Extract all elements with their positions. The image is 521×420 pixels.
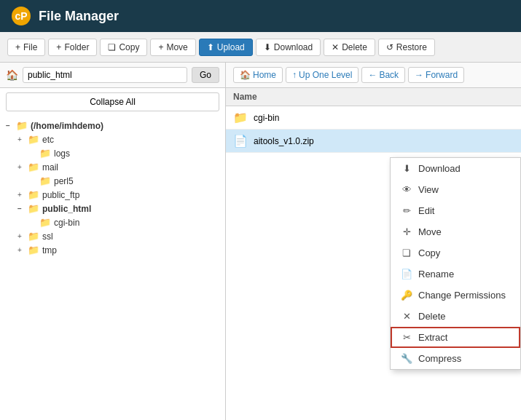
tree-item-etc[interactable]: + 📁 etc: [17, 132, 219, 146]
folder-icon: 📁: [28, 203, 39, 214]
copy-button[interactable]: ❏ Copy: [100, 39, 147, 56]
folder-icon: 📁: [28, 231, 39, 242]
file-tree: − 📁 (/home/imhdemo) + 📁 etc 📁 logs: [0, 116, 225, 420]
tree-label: cgi-bin: [54, 218, 79, 228]
context-label: Delete: [418, 311, 446, 322]
file-name: cgi-bin: [254, 113, 279, 123]
name-column-header: Name: [233, 92, 257, 102]
content-nav: 🏠 Home ↑ Up One Level ← Back → Forward: [226, 63, 521, 88]
copy-icon: ❏: [108, 42, 116, 52]
folder-icon: 📁: [39, 148, 51, 159]
context-label: Edit: [418, 205, 434, 216]
toggle-icon: −: [6, 122, 13, 130]
move-icon: +: [158, 42, 163, 52]
move-icon: ✛: [401, 226, 412, 237]
context-view[interactable]: 👁 View: [391, 179, 520, 200]
content-area: 🏠 Home ↑ Up One Level ← Back → Forward N…: [226, 63, 521, 420]
context-compress[interactable]: 🔧 Compress: [391, 348, 520, 369]
compress-icon: 🔧: [401, 353, 412, 364]
forward-button[interactable]: → Forward: [408, 67, 464, 83]
zip-icon: 📄: [233, 134, 248, 148]
context-extract[interactable]: ✂ Extract: [391, 327, 520, 348]
file-table-header: Name: [226, 88, 521, 106]
tree-label: mail: [42, 162, 58, 173]
sidebar-path-bar: 🏠 Go: [0, 63, 225, 88]
permissions-icon: 🔑: [401, 290, 412, 301]
move-button[interactable]: + Move: [150, 39, 195, 56]
file-button[interactable]: + File: [7, 39, 45, 56]
context-permissions[interactable]: 🔑 Change Permissions: [391, 285, 520, 306]
tree-item-cgi-bin-sub[interactable]: 📁 cgi-bin: [29, 215, 219, 229]
toggle-icon: −: [17, 205, 25, 213]
cpanel-logo: cP: [11, 6, 31, 26]
context-move[interactable]: ✛ Move: [391, 221, 520, 242]
context-rename[interactable]: 📄 Rename: [391, 264, 520, 285]
tree-item-tmp[interactable]: + 📁 tmp: [17, 243, 219, 257]
main-layout: 🏠 Go Collapse All − 📁 (/home/imhdemo) + …: [0, 63, 521, 420]
file-row[interactable]: 📁 cgi-bin: [226, 106, 521, 130]
toggle-icon: +: [17, 163, 25, 171]
upload-button[interactable]: ⬆ Upload: [199, 39, 253, 56]
back-icon: ←: [368, 70, 377, 80]
tree-label: public_ftp: [42, 190, 79, 200]
tree-item-public-html[interactable]: − 📁 public_html: [17, 202, 219, 215]
delete-button[interactable]: ✕ Delete: [324, 39, 375, 56]
home-nav-icon: 🏠: [240, 70, 251, 80]
folder-icon: 📁: [39, 175, 51, 186]
restore-icon: ↺: [386, 42, 393, 52]
context-menu: ⬇ Download 👁 View ✏ Edit ✛ Move ❏ Copy 📄: [390, 157, 521, 370]
upload-icon: ⬆: [207, 42, 214, 52]
path-input[interactable]: [23, 67, 187, 83]
restore-button[interactable]: ↺ Restore: [378, 39, 435, 56]
context-label: Copy: [418, 247, 440, 258]
tree-root[interactable]: − 📁 (/home/imhdemo): [6, 119, 219, 132]
tree-item-perl5[interactable]: 📁 perl5: [29, 174, 219, 188]
folder-icon: 📁: [28, 245, 39, 255]
go-button[interactable]: Go: [192, 67, 219, 83]
view-icon: 👁: [401, 184, 412, 195]
folder-icon: 📁: [39, 217, 51, 228]
tree-item-public-ftp[interactable]: + 📁 public_ftp: [17, 188, 219, 202]
folder-icon: 📁: [28, 162, 39, 173]
tree-item-ssl[interactable]: + 📁 ssl: [17, 229, 219, 243]
toggle-icon: +: [17, 135, 25, 143]
up-icon: ↑: [292, 70, 297, 80]
home-nav-button[interactable]: 🏠 Home: [233, 67, 283, 83]
context-download[interactable]: ⬇ Download: [391, 158, 520, 179]
collapse-all-button[interactable]: Collapse All: [6, 92, 219, 111]
tree-label: etc: [42, 135, 54, 145]
extract-icon: ✂: [401, 332, 412, 343]
toggle-icon: [29, 218, 36, 226]
context-edit[interactable]: ✏ Edit: [391, 200, 520, 221]
tree-item-mail[interactable]: + 📁 mail: [17, 160, 219, 174]
context-copy[interactable]: ❏ Copy: [391, 242, 520, 264]
toggle-icon: +: [17, 246, 25, 254]
folder-icon: 📁: [28, 189, 39, 200]
tree-item-logs[interactable]: 📁 logs: [29, 146, 219, 160]
file-name: aitools_v1.0.zip: [254, 136, 314, 146]
plus-icon: +: [15, 42, 20, 52]
back-button[interactable]: ← Back: [361, 67, 405, 83]
context-delete[interactable]: ✕ Delete: [391, 306, 520, 327]
file-row[interactable]: 📄 aitools_v1.0.zip: [226, 130, 521, 153]
up-level-button[interactable]: ↑ Up One Level: [286, 67, 359, 83]
edit-icon: ✏: [401, 205, 412, 216]
copy-icon: ❏: [401, 247, 412, 258]
folder-icon: 📁: [16, 120, 28, 131]
download-button[interactable]: ⬇ Download: [256, 39, 321, 56]
header: cP File Manager: [0, 0, 521, 32]
sidebar: 🏠 Go Collapse All − 📁 (/home/imhdemo) + …: [0, 63, 226, 420]
app-title: File Manager: [39, 9, 119, 24]
context-label: Download: [418, 163, 461, 174]
context-label: Rename: [418, 269, 454, 280]
download-icon: ⬇: [401, 163, 412, 174]
delete-icon: ✕: [332, 42, 339, 52]
tree-public-html-children: 📁 cgi-bin: [17, 215, 219, 229]
tree-etc-group: + 📁 etc 📁 logs + 📁 mail: [6, 132, 219, 257]
folder-icon: 📁: [28, 134, 39, 145]
toggle-icon: [29, 177, 36, 185]
context-label: Compress: [418, 353, 461, 364]
folder-button[interactable]: + Folder: [48, 39, 97, 56]
tree-mail-children: 📁 perl5: [17, 174, 219, 188]
toggle-icon: +: [17, 232, 25, 240]
